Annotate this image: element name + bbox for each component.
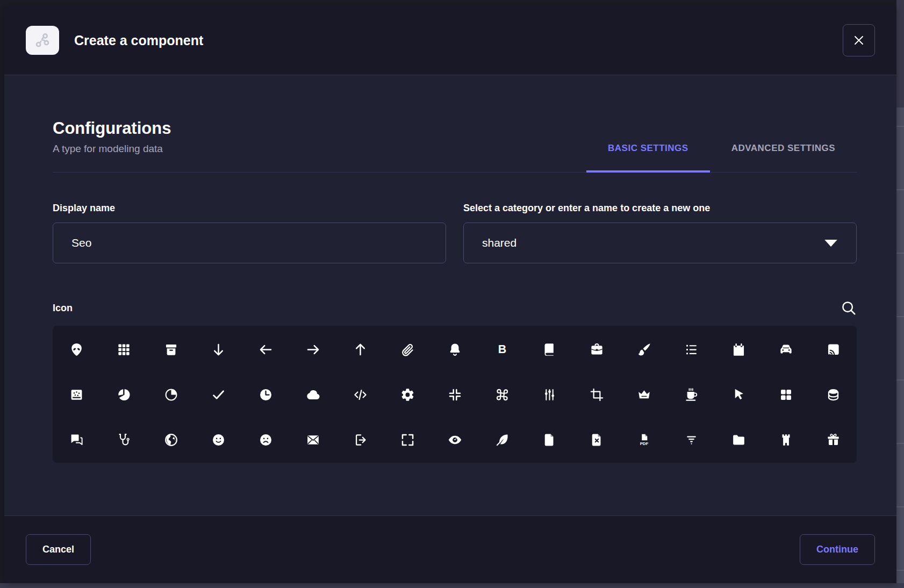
filter-icon[interactable]	[668, 417, 715, 462]
command-icon[interactable]	[478, 372, 526, 417]
apps-icon[interactable]	[100, 327, 147, 372]
crown-icon[interactable]	[620, 372, 668, 417]
cancel-button[interactable]: Cancel	[26, 534, 91, 565]
folder-icon[interactable]	[715, 417, 762, 462]
display-name-label: Display name	[53, 203, 446, 214]
category-select[interactable]: shared	[463, 223, 857, 263]
component-nodes-icon	[26, 26, 59, 55]
close-button[interactable]	[843, 24, 875, 56]
background-page-sliver	[896, 0, 904, 588]
code-icon[interactable]	[336, 372, 384, 417]
archive-icon[interactable]	[147, 327, 195, 372]
icon-grid: BPDF	[53, 326, 857, 463]
page-title: Configurations	[53, 118, 171, 139]
attachment-icon[interactable]	[384, 327, 431, 372]
doctor-icon[interactable]	[100, 417, 147, 462]
crop-icon[interactable]	[573, 372, 620, 417]
gift-icon[interactable]	[809, 417, 857, 462]
bullet-list-icon[interactable]	[668, 327, 715, 372]
car-icon[interactable]	[762, 327, 809, 372]
envelope-icon[interactable]	[289, 417, 336, 462]
file-error-icon[interactable]	[573, 417, 620, 462]
create-component-modal: Create a component Configurations A type…	[4, 6, 896, 583]
display-name-input[interactable]	[53, 223, 446, 263]
chevron-down-icon	[824, 239, 838, 247]
svg-text:PDF: PDF	[640, 441, 648, 446]
modal-body: Configurations A type for modeling data …	[4, 75, 896, 515]
earth-icon[interactable]	[147, 417, 195, 462]
category-select-value: shared	[482, 236, 824, 249]
modal-footer: Cancel Continue	[4, 515, 896, 583]
exit-icon[interactable]	[336, 417, 384, 462]
icon-label: Icon	[53, 303, 73, 314]
icon-row: Icon	[53, 300, 857, 316]
tab-basic-settings[interactable]: BASIC SETTINGS	[586, 143, 710, 172]
arrow-left-icon[interactable]	[242, 327, 289, 372]
gate-icon[interactable]	[762, 417, 809, 462]
cog-icon[interactable]	[384, 372, 431, 417]
file-pdf-icon[interactable]: PDF	[620, 417, 668, 462]
continue-button[interactable]: Continue	[800, 534, 875, 565]
arrow-right-icon[interactable]	[289, 327, 336, 372]
display-name-field-group: Display name	[53, 203, 446, 263]
discuss-icon[interactable]	[53, 417, 100, 462]
modal-title: Create a component	[74, 33, 203, 48]
section-head: Configurations A type for modeling data …	[53, 118, 857, 173]
bold-icon[interactable]: B	[478, 327, 526, 372]
clock-icon[interactable]	[242, 372, 289, 417]
modal-header: Create a component	[4, 6, 896, 75]
dashboard-icon[interactable]	[762, 372, 809, 417]
emotion-happy-icon[interactable]	[195, 417, 242, 462]
tab-advanced-settings[interactable]: ADVANCED SETTINGS	[710, 143, 857, 172]
cast-icon[interactable]	[809, 327, 857, 372]
category-field-group: Select a category or enter a name to cre…	[463, 203, 857, 263]
page-subtitle: A type for modeling data	[53, 143, 171, 155]
section-titles: Configurations A type for modeling data	[53, 118, 171, 172]
alien-icon[interactable]	[53, 327, 100, 372]
search-icon	[841, 300, 857, 316]
chart-circle-icon[interactable]	[100, 372, 147, 417]
chart-bubble-icon[interactable]	[53, 372, 100, 417]
form-row: Display name Select a category or enter …	[53, 203, 857, 263]
feather-icon[interactable]	[478, 417, 526, 462]
brush-icon[interactable]	[620, 327, 668, 372]
eye-icon[interactable]	[431, 417, 478, 462]
emotion-unhappy-icon[interactable]	[242, 417, 289, 462]
bell-icon[interactable]	[431, 327, 478, 372]
expand-icon[interactable]	[384, 417, 431, 462]
chart-pie-icon[interactable]	[147, 372, 195, 417]
settings-tabs: BASIC SETTINGS ADVANCED SETTINGS	[586, 143, 857, 172]
close-icon	[852, 34, 865, 47]
cloud-icon[interactable]	[289, 372, 336, 417]
database-icon[interactable]	[809, 372, 857, 417]
arrow-up-icon[interactable]	[336, 327, 384, 372]
icon-search-button[interactable]	[841, 300, 857, 316]
category-label: Select a category or enter a name to cre…	[463, 203, 857, 214]
briefcase-icon[interactable]	[573, 327, 620, 372]
file-icon[interactable]	[526, 417, 573, 462]
check-icon[interactable]	[195, 372, 242, 417]
background-page-bottom	[0, 583, 904, 588]
calendar-icon[interactable]	[715, 327, 762, 372]
cursor-icon[interactable]	[715, 372, 762, 417]
collapse-icon[interactable]	[431, 372, 478, 417]
connector-icon[interactable]	[526, 372, 573, 417]
svg-text:B: B	[498, 342, 506, 355]
cup-icon[interactable]	[668, 372, 715, 417]
book-icon[interactable]	[526, 327, 573, 372]
arrow-down-icon[interactable]	[195, 327, 242, 372]
